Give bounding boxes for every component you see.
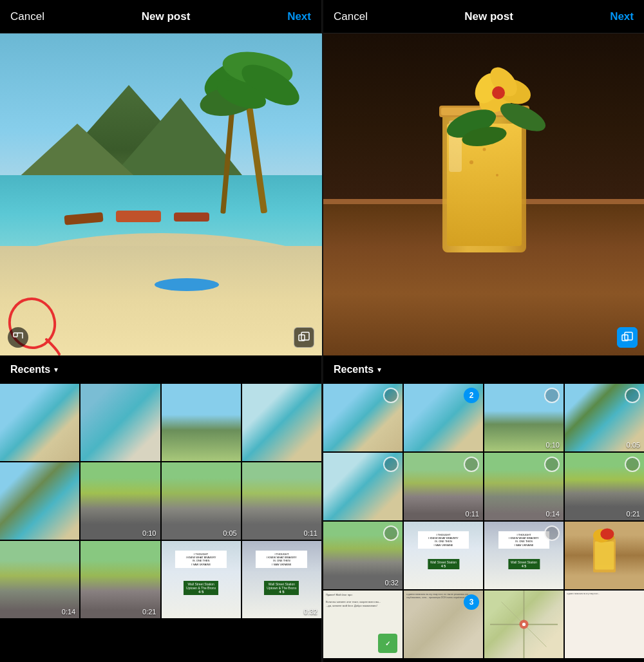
select-circle-3[interactable] [544, 388, 560, 403]
right-thumb-15[interactable] [484, 591, 564, 658]
select-circle-9[interactable] [383, 525, 399, 541]
select-circle-4[interactable] [625, 388, 640, 403]
right-thumb-11[interactable]: I THOUGHTI KNEW WHAT BRAVERYIS. ONE THEN… [484, 522, 564, 589]
svg-rect-6 [0, 246, 322, 355]
svg-point-47 [600, 529, 614, 540]
duration-badge-r4: 0:05 [627, 441, 640, 449]
svg-point-40 [483, 148, 486, 151]
left-header: Cancel New post Next [0, 0, 321, 33]
right-next-button[interactable]: Next [610, 10, 634, 23]
left-recents-label: Recents [10, 364, 50, 375]
right-panel: Cancel New post Next [322, 0, 644, 662]
right-thumb-1[interactable] [323, 384, 402, 451]
svg-point-34 [492, 86, 505, 99]
multiselect-icon-right[interactable] [617, 327, 638, 348]
right-recents-bar: Recents ▾ [323, 355, 644, 384]
duration-badge-r3: 0:10 [546, 441, 560, 449]
multiselect-icon-left[interactable] [294, 327, 314, 348]
thumb-4[interactable] [242, 384, 321, 461]
left-thumbnail-grid: 0:10 0:05 0:11 0:14 0:21 I THOUGHTI KNEW… [0, 384, 321, 662]
right-thumb-13[interactable]: Привет! Мой блог про: Если вы читаете эт… [323, 591, 402, 658]
right-header: Cancel New post Next [323, 0, 644, 33]
left-panel: Cancel New post Next [0, 0, 322, 662]
duration-badge-6: 0:10 [142, 529, 156, 537]
select-circle-14[interactable]: 3 [464, 594, 479, 610]
svg-rect-21 [301, 332, 309, 340]
thumb-12[interactable]: I THOUGHTI KNEW WHAT BRAVERYIS. ONE THEN… [242, 541, 321, 618]
right-thumb-3[interactable]: 0:10 [484, 384, 564, 451]
thumb-5[interactable] [0, 462, 79, 540]
right-thumb-10[interactable]: I THOUGHTI KNEW WHAT BRAVERYIS. ONE THEN… [404, 522, 483, 589]
thumb-7[interactable]: 0:05 [162, 462, 241, 540]
svg-rect-42 [625, 332, 632, 340]
duration-badge-r8: 0:21 [627, 510, 640, 518]
select-circle-2[interactable]: 2 [464, 388, 479, 403]
thumb-3[interactable] [162, 384, 241, 461]
select-circle-5[interactable] [383, 457, 399, 472]
left-next-button[interactable]: Next [287, 10, 311, 23]
right-thumb-9[interactable]: 0:32 [323, 522, 402, 589]
right-thumb-4[interactable]: 0:05 [565, 384, 644, 451]
right-thumbnail-grid: 2 0:10 0:05 0:11 0:14 [323, 384, 644, 662]
svg-rect-8 [116, 211, 161, 222]
svg-point-52 [522, 623, 526, 626]
left-recents-dropdown[interactable]: Recents ▾ [10, 364, 58, 375]
expand-icon[interactable] [8, 327, 28, 348]
right-chevron-down-icon: ▾ [377, 365, 381, 374]
right-thumb-14[interactable]: я давно написала на эту тему пост, но та… [404, 591, 483, 658]
duration-badge-7: 0:05 [223, 529, 236, 537]
duration-badge-10: 0:21 [142, 608, 156, 616]
right-thumb-2[interactable]: 2 [404, 384, 483, 451]
left-title: New post [142, 10, 191, 23]
right-title: New post [464, 10, 513, 23]
right-thumb-12[interactable] [565, 522, 644, 589]
select-circle-1[interactable] [383, 388, 399, 403]
left-recents-bar: Recents ▾ [0, 355, 321, 384]
left-cancel-button[interactable]: Cancel [10, 10, 44, 23]
right-cancel-button[interactable]: Cancel [334, 10, 368, 23]
svg-rect-9 [174, 213, 209, 222]
blog-text: Привет! Мой блог про: Если вы читаете эт… [323, 591, 383, 658]
left-main-image [0, 33, 322, 355]
select-circle-6[interactable] [464, 457, 479, 472]
right-recents-dropdown[interactable]: Recents ▾ [334, 364, 381, 375]
duration-badge-r6: 0:11 [466, 510, 479, 518]
svg-rect-44 [595, 542, 614, 570]
select-number-2: 2 [469, 391, 474, 400]
thumb-2[interactable] [80, 384, 160, 461]
svg-point-10 [155, 278, 219, 291]
svg-point-38 [469, 160, 473, 164]
thumb-9[interactable]: 0:14 [0, 541, 79, 618]
thumb-8[interactable]: 0:11 [242, 462, 321, 540]
select-circle-7[interactable] [544, 457, 560, 472]
thumb-11[interactable]: I THOUGHTI KNEW WHAT BRAVERYIS. ONE THEN… [162, 541, 241, 618]
right-thumb-7[interactable]: 0:14 [484, 453, 564, 520]
select-number-14: 3 [469, 598, 474, 607]
right-thumb-6[interactable]: 0:11 [404, 453, 483, 520]
right-recents-label: Recents [334, 364, 374, 375]
left-chevron-down-icon: ▾ [54, 365, 58, 374]
right-main-image [323, 33, 644, 355]
right-thumb-8[interactable]: 0:21 [565, 453, 644, 520]
duration-badge-r9: 0:32 [385, 579, 399, 587]
right-thumb-16[interactable]: я давно написала на эту тему пост... [565, 591, 644, 658]
svg-rect-19 [14, 333, 17, 337]
duration-badge-8: 0:11 [304, 529, 317, 537]
duration-badge-12: 0:32 [304, 608, 317, 616]
thumb-1[interactable] [0, 384, 79, 461]
duration-badge-9: 0:14 [62, 608, 75, 616]
duration-badge-r7: 0:14 [546, 510, 560, 518]
right-thumb-5[interactable] [323, 453, 402, 520]
thumb-6[interactable]: 0:10 [80, 462, 160, 540]
select-circle-8[interactable] [625, 457, 640, 472]
select-circle-11[interactable] [544, 525, 560, 541]
svg-point-39 [496, 174, 498, 176]
thumb-10[interactable]: 0:21 [80, 541, 160, 618]
